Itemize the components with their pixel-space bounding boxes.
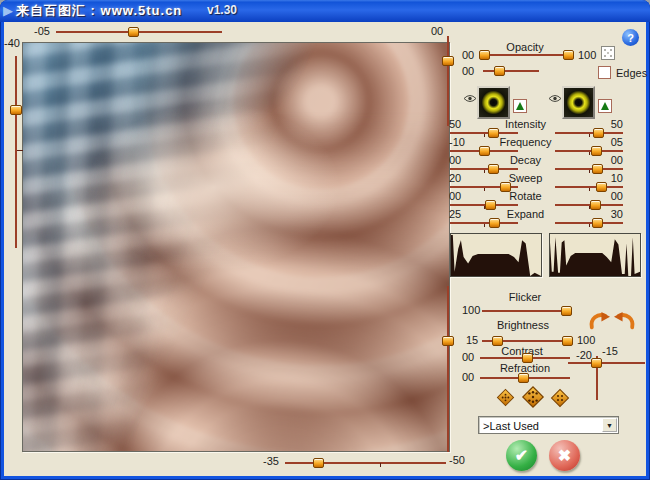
title-watermark: 来自百图汇 : www.5tu.cn [16,2,182,20]
param-right-track[interactable] [555,132,623,134]
opacity-aux-handle[interactable] [494,66,505,76]
right-lower-slider-handle[interactable] [442,336,454,346]
refraction-value: 00 [462,372,474,383]
top-slider-handle[interactable] [128,27,139,37]
ripple-source-thumbnail-1[interactable] [477,86,510,119]
pad-handle[interactable] [591,358,602,368]
ripple-source-thumbnail-2[interactable] [562,86,595,119]
preset-value: >Last Used [483,420,539,432]
opacity-max-value: 100 [578,50,596,61]
pad-horizontal-track[interactable] [568,362,645,364]
left-slider-value: -40 [4,38,20,49]
flicker-track[interactable] [482,310,570,312]
brightness-left-value: 15 [466,335,478,346]
contrast-value: 00 [462,352,474,363]
param-left-value: 00 [449,191,461,202]
left-slider-tick [17,150,23,151]
opacity-aux-track[interactable] [483,70,539,72]
param-left-value: 50 [449,119,461,130]
left-slider-handle[interactable] [10,105,22,115]
param-label: Intensity [468,119,583,130]
pad-y-value: -15 [602,346,618,357]
right-upper-slider-handle[interactable] [442,56,454,66]
waveform-display-1 [450,233,542,277]
param-label: Expand [468,209,583,220]
left-slider-track[interactable] [15,56,17,248]
param-right-track[interactable] [555,222,623,224]
preview-highlight-layer [22,42,450,452]
param-label: Sweep [468,173,583,184]
opacity-max-handle[interactable] [563,50,574,60]
check-icon: ✔ [515,446,528,465]
bottom-slider-value: -35 [263,456,279,467]
dither-icon [603,48,613,58]
bottom-slider-handle[interactable] [313,458,324,468]
bottom-slider-tick [380,463,381,467]
brightness-right-handle[interactable] [562,336,573,346]
help-button[interactable]: ? [622,29,639,46]
eye-icon[interactable] [463,89,477,98]
tree-icon [600,101,610,111]
cancel-button[interactable]: ✖ [549,440,580,471]
flicker-handle[interactable] [561,306,572,316]
bottom-slider-track[interactable] [285,462,446,464]
right-upper-slider-track[interactable] [447,36,449,126]
brightness-right-value: 100 [577,335,595,346]
param-left-value: 20 [449,173,461,184]
opacity-slider-track[interactable] [481,54,571,56]
param-left-value: -10 [449,137,465,148]
param-left-track[interactable] [450,132,518,134]
opacity-aux-value: 00 [462,66,474,77]
opacity-min-value: 00 [462,50,474,61]
ripple-tree-button-1[interactable] [513,99,527,113]
preview-image[interactable] [22,42,450,452]
refraction-handle[interactable] [518,373,529,383]
tree-icon [515,101,525,111]
close-icon: ✖ [558,446,571,465]
play-icon: ▶ [3,3,13,18]
dice-small-button-2[interactable] [550,388,570,408]
param-left-handle[interactable] [489,218,500,228]
right-lower-slider-track[interactable] [447,286,449,452]
swirl-right-icon[interactable] [613,311,636,330]
param-right-track[interactable] [555,150,623,152]
bottom-right-slider-value: -50 [449,455,465,466]
ok-button[interactable]: ✔ [506,440,537,471]
edges-checkbox[interactable] [598,66,611,79]
param-left-value: 25 [449,209,461,220]
eye-icon[interactable] [548,89,562,98]
chevron-down-icon: ▼ [606,422,613,429]
dice-large-button[interactable] [521,385,545,409]
edges-label: Edges [616,68,647,79]
param-label: Decay [468,155,583,166]
top-slider-track[interactable] [56,31,222,33]
title-version: v1.30 [207,3,237,17]
preset-dropdown[interactable]: >Last Used ▼ [478,416,619,434]
help-icon: ? [627,32,634,44]
param-left-value: 00 [449,155,461,166]
swirl-left-icon[interactable] [588,311,611,330]
opacity-min-handle[interactable] [479,50,490,60]
top-slider-value: -05 [34,26,50,37]
pad-x-value: -20 [576,350,592,361]
param-right-handle[interactable] [592,218,603,228]
param-right-track[interactable] [555,186,623,188]
waveform-display-2 [549,233,641,277]
flicker-value: 100 [462,305,480,316]
top-right-slider-value: 00 [431,26,443,37]
flicker-label: Flicker [485,292,565,303]
dither-button[interactable] [601,46,615,60]
dice-small-button-1[interactable] [496,388,515,407]
dropdown-arrow-button[interactable]: ▼ [602,418,617,432]
param-right-track[interactable] [555,204,623,206]
param-right-track[interactable] [555,168,623,170]
title-bar[interactable]: ▶ 来自百图汇 : www.5tu.cn v1.30 [0,0,650,22]
param-left-track[interactable] [450,222,518,224]
brightness-label: Brightness [482,320,564,331]
ripple-tree-button-2[interactable] [598,99,612,113]
plugin-window: ▶ 来自百图汇 : www.5tu.cn v1.30 -05 00 -40 -5… [0,0,650,480]
param-left-track[interactable] [450,204,518,206]
param-left-track[interactable] [450,168,518,170]
